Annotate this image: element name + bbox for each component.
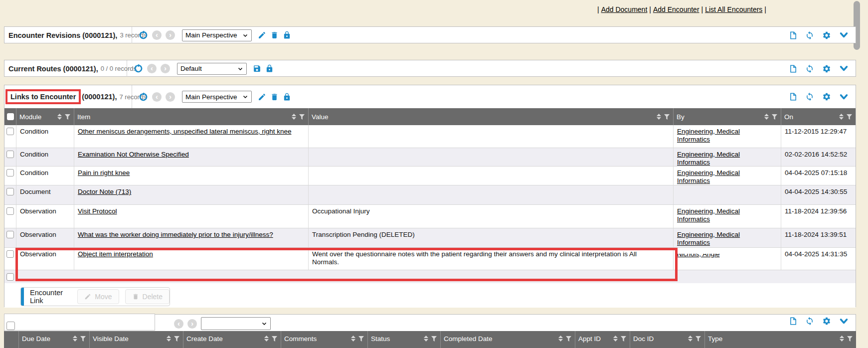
new-document-icon[interactable] <box>789 64 797 73</box>
item-link[interactable]: Pain in right knee <box>78 169 130 176</box>
delete-icon[interactable] <box>270 31 279 39</box>
perspective-value: Main Perspective <box>185 31 237 39</box>
sort-icon <box>57 113 62 120</box>
row-checkbox[interactable] <box>6 151 14 158</box>
column-header-module[interactable]: Module <box>16 108 74 125</box>
row-checkbox[interactable] <box>6 128 14 135</box>
delete-button[interactable]: Delete <box>125 289 170 304</box>
cell-on: 11-18-2024 13:39:51 <box>781 228 856 247</box>
add-encounter-link[interactable]: Add Encounter <box>653 5 699 13</box>
previous-record-button[interactable]: ‹ <box>152 30 162 40</box>
sort-icon <box>350 335 356 342</box>
collapse-chevron-icon[interactable] <box>839 65 849 72</box>
red-annotation-box-title: Links to Encounter <box>5 89 81 104</box>
item-link[interactable]: Other meniscus derangements, unspecified… <box>78 128 291 135</box>
refresh-icon[interactable] <box>805 317 814 326</box>
panel-title-text: Links to Encounter <box>10 93 76 101</box>
row-checkbox[interactable] <box>6 169 14 176</box>
column-header-comments[interactable]: Comments <box>281 331 368 348</box>
previous-record-button[interactable]: ‹ <box>147 64 157 73</box>
next-record-button[interactable]: › <box>166 92 175 102</box>
next-record-button[interactable]: › <box>187 319 197 329</box>
by-link[interactable]: Nichols, Angie <box>677 250 720 258</box>
item-link[interactable]: What was the worker doing immediately pr… <box>78 231 273 238</box>
lock-icon[interactable] <box>283 31 291 39</box>
column-header-status[interactable]: Status <box>368 331 441 348</box>
by-link[interactable]: Engineering, Medical Informatics <box>677 151 759 166</box>
undo-icon[interactable] <box>134 64 143 73</box>
next-record-button[interactable]: › <box>166 30 175 40</box>
filter-icon <box>771 114 778 120</box>
new-document-icon[interactable] <box>789 31 797 40</box>
column-header-due-date[interactable]: Due Date <box>19 331 90 348</box>
redacted-panel-title-box <box>4 314 155 331</box>
item-link[interactable]: Visit Protocol <box>78 207 117 215</box>
sort-icon <box>423 335 429 342</box>
row-checkbox[interactable] <box>6 250 14 258</box>
add-document-link[interactable]: Add Document <box>601 5 648 13</box>
refresh-icon[interactable] <box>805 64 814 73</box>
by-link[interactable]: Engineering, Medical Informatics <box>677 231 759 247</box>
item-link[interactable]: Examination Not Otherwise Specified <box>78 151 189 158</box>
edit-icon[interactable] <box>258 93 266 101</box>
delete-icon[interactable] <box>270 93 279 101</box>
table-row: Document Doctor Note (713) 04-04-2025 14… <box>4 185 856 205</box>
select-all-checkbox[interactable] <box>7 113 14 120</box>
sort-icon <box>291 113 297 120</box>
column-header-value[interactable]: Value <box>309 108 674 125</box>
perspective-select[interactable]: Main Perspective <box>182 29 252 41</box>
column-header-appt-id[interactable]: Appt ID <box>575 331 630 348</box>
new-document-icon[interactable] <box>789 317 797 326</box>
lock-icon[interactable] <box>265 64 274 73</box>
column-header-doc-id[interactable]: Doc ID <box>630 331 705 348</box>
cell-by: Engineering, Medical Informatics <box>674 167 781 185</box>
edit-icon[interactable] <box>258 31 266 39</box>
column-header-completed-date[interactable]: Completed Date <box>441 331 575 348</box>
next-record-button[interactable]: › <box>161 64 170 73</box>
list-all-encounters-link[interactable]: List All Encounters <box>705 5 762 13</box>
partially-redacted-by: Nichols, Angie <box>677 250 720 258</box>
undo-icon[interactable] <box>139 92 148 102</box>
new-document-icon[interactable] <box>789 92 797 101</box>
refresh-icon[interactable] <box>805 92 814 101</box>
column-header-on[interactable]: On <box>781 108 856 125</box>
column-header-by[interactable]: By <box>674 108 781 125</box>
settings-gear-icon[interactable] <box>822 317 831 326</box>
column-header-type[interactable]: Type <box>705 331 856 348</box>
by-link[interactable]: Engineering, Medical Informatics <box>677 207 759 223</box>
settings-gear-icon[interactable] <box>822 92 831 101</box>
by-link[interactable]: Engineering, Medical Informatics <box>677 169 759 185</box>
cell-item: Visit Protocol <box>74 205 309 228</box>
collapse-chevron-icon[interactable] <box>839 318 849 325</box>
save-icon[interactable] <box>253 64 261 73</box>
previous-record-button[interactable]: ‹ <box>174 319 183 329</box>
item-link[interactable]: Object item interpretation <box>78 250 153 258</box>
cell-value: Went over the questionnaire notes with t… <box>309 248 674 270</box>
by-link[interactable]: Engineering, Medical Informatics <box>677 128 759 144</box>
table-row: Observation What was the worker doing im… <box>4 228 856 248</box>
row-checkbox[interactable] <box>6 188 14 195</box>
column-header-item[interactable]: Item <box>74 108 309 125</box>
collapse-chevron-icon[interactable] <box>839 31 849 39</box>
route-profile-select[interactable]: Default <box>177 63 247 75</box>
settings-gear-icon[interactable] <box>822 31 831 40</box>
lock-icon[interactable] <box>283 93 291 101</box>
refresh-icon[interactable] <box>805 31 814 40</box>
item-link[interactable]: Doctor Note (713) <box>78 188 131 195</box>
undo-icon[interactable] <box>139 30 148 40</box>
select-all-checkbox[interactable] <box>6 322 15 330</box>
row-checkbox[interactable] <box>6 273 14 281</box>
filter-icon <box>846 114 853 120</box>
row-checkbox[interactable] <box>6 231 14 238</box>
column-header-create-date[interactable]: Create Date <box>183 331 281 348</box>
settings-gear-icon[interactable] <box>822 64 831 73</box>
column-header-visible-date[interactable]: Visible Date <box>90 331 183 348</box>
move-button[interactable]: Move <box>77 289 119 304</box>
previous-record-button[interactable]: ‹ <box>152 92 162 102</box>
collapse-chevron-icon[interactable] <box>839 93 849 101</box>
panel-title-suffix: (0000121), <box>82 93 117 101</box>
perspective-select[interactable] <box>201 317 271 330</box>
encounter-link-tab[interactable]: Encounter Link Move Delete <box>20 287 170 306</box>
perspective-select[interactable]: Main Perspective <box>182 91 252 103</box>
row-checkbox[interactable] <box>6 207 14 215</box>
